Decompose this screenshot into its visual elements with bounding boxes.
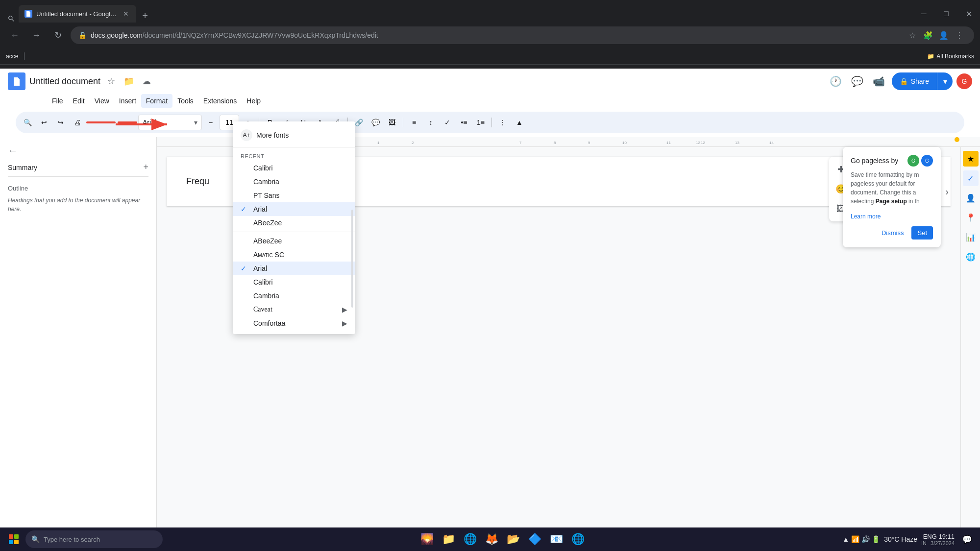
profile-rs-icon[interactable]: 🌐 [963, 249, 979, 264]
cloud-icon[interactable]: ☁ [140, 74, 153, 88]
address-bar[interactable]: 🔒 docs.google.com/document/d/1NQ2xYrnXPC… [71, 26, 974, 44]
align-btn[interactable]: ≡ [406, 115, 422, 130]
comments-btn[interactable]: 💬 [849, 72, 866, 90]
comment-btn[interactable]: 💬 [368, 115, 383, 130]
active-tab[interactable]: Untitled document - Google D... ✕ [19, 5, 136, 23]
dismiss-btn[interactable]: Dismiss [878, 226, 908, 240]
taskbar-search-text: Type here to search [44, 536, 100, 543]
close-btn[interactable]: ✕ [957, 5, 980, 23]
bullet-list-btn[interactable]: •≡ [456, 115, 472, 130]
share-label: Share [911, 77, 929, 85]
font-item-cambria-recent[interactable]: Cambria [233, 175, 355, 189]
share-btn[interactable]: 🔒 Share [892, 72, 937, 90]
font-size-minus[interactable]: − [203, 115, 219, 130]
menu-extensions[interactable]: Extensions [198, 94, 242, 108]
explore-icon[interactable]: ★ [963, 151, 979, 167]
font-item-arial[interactable]: ✓ Arial [233, 262, 355, 275]
notification-dot [955, 137, 959, 142]
all-bookmarks-link[interactable]: 📁 All Bookmarks [927, 53, 974, 60]
battery-icon[interactable]: 🔋 [872, 535, 880, 543]
pageless-next-arrow[interactable]: › [945, 186, 949, 197]
font-item-abeezee[interactable]: ABeeZee [233, 234, 355, 248]
line-spacing-btn[interactable]: ↕ [423, 115, 439, 130]
taskbar-country: IN [921, 540, 927, 546]
redo-btn[interactable]: ↪ [53, 115, 69, 130]
people-icon[interactable]: 👤 [963, 190, 979, 206]
share-dropdown-btn[interactable]: ▾ [937, 72, 953, 90]
image-btn[interactable]: 🖼 [384, 115, 400, 130]
notification-icon[interactable]: ▲ [842, 535, 849, 543]
bookmark-acce[interactable]: acce [6, 53, 18, 60]
taskbar-firefox[interactable]: 🦊 [482, 529, 502, 549]
address-bar-row: ← → ↻ 🔒 docs.google.com/document/d/1NQ2x… [0, 23, 980, 48]
font-item-abeezee-recent[interactable]: ABeeZee [233, 216, 355, 230]
forward-btn[interactable]: → [27, 26, 45, 44]
extensions-icon[interactable]: 🧩 [921, 28, 935, 42]
collapse-toolbar-btn[interactable]: ▲ [512, 115, 527, 130]
undo-btn[interactable]: ↩ [36, 115, 52, 130]
start-btn[interactable] [4, 529, 24, 549]
font-item-caveat[interactable]: Caveat ▶ [233, 303, 355, 316]
bookmark-star-icon[interactable]: ☆ [906, 28, 919, 42]
menu-edit[interactable]: Edit [68, 94, 90, 108]
sheets-icon[interactable]: 📊 [963, 229, 979, 245]
profile-icon[interactable]: 👤 [937, 28, 951, 42]
taskbar-widgets[interactable]: 🌄 [417, 529, 437, 549]
set-btn[interactable]: Set [911, 226, 933, 240]
menu-view[interactable]: View [90, 94, 114, 108]
font-item-ptsans-recent[interactable]: PT Sans [233, 189, 355, 202]
numbered-list-btn[interactable]: 1≡ [473, 115, 489, 130]
taskbar-explorer2[interactable]: 📂 [504, 529, 523, 549]
summary-add-btn[interactable]: + [143, 162, 148, 172]
print-btn[interactable]: 🖨 [70, 115, 85, 130]
minimize-btn[interactable]: ─ [912, 5, 935, 23]
checklist-btn[interactable]: ✓ [440, 115, 455, 130]
menu-file[interactable]: File [47, 94, 68, 108]
volume-icon[interactable]: 🔊 [861, 535, 870, 543]
taskbar-search[interactable]: 🔍 Type here to search [25, 530, 163, 548]
back-btn[interactable]: ← [6, 26, 24, 44]
menu-format[interactable]: Format [141, 94, 172, 108]
tab-close-btn[interactable]: ✕ [122, 9, 130, 18]
font-item-calibri[interactable]: Calibri [233, 275, 355, 289]
folder-icon[interactable]: 📁 [122, 74, 136, 88]
taskbar-file-explorer[interactable]: 📁 [439, 529, 459, 549]
reload-btn[interactable]: ↻ [49, 26, 67, 44]
taskbar-edge[interactable]: 🌐 [461, 529, 480, 549]
learn-more-link[interactable]: Learn more [851, 213, 881, 220]
font-item-cambria[interactable]: Cambria [233, 289, 355, 303]
collapse-tabs-btn[interactable] [4, 15, 19, 23]
font-item-comfortaa[interactable]: Comfortaa ▶ [233, 316, 355, 330]
time-lang: ENG [923, 533, 937, 540]
font-item-amatic[interactable]: Amatic SC [233, 248, 355, 262]
user-avatar[interactable]: G [956, 73, 972, 89]
start-sq-blue [9, 540, 13, 544]
font-scrollbar[interactable] [351, 210, 353, 308]
more-icon[interactable]: ⋮ [953, 28, 966, 42]
notification-center[interactable]: 💬 [958, 530, 976, 548]
menu-help[interactable]: Help [242, 94, 266, 108]
doc-title[interactable]: Untitled document [29, 76, 100, 87]
font-item-calibri-recent[interactable]: Calibri [233, 161, 355, 175]
new-tab-btn[interactable]: + [138, 9, 152, 23]
menu-insert[interactable]: Insert [114, 94, 141, 108]
network-icon[interactable]: 📶 [851, 535, 859, 543]
search-toolbar-btn[interactable]: 🔍 [20, 115, 35, 130]
font-item-arial-recent[interactable]: ✓ Arial [233, 202, 355, 216]
star-icon[interactable]: ☆ [104, 74, 118, 88]
taskbar-right: ▲ 📶 🔊 🔋 30°C Haze ENG 19:11 IN 3/27/2024… [842, 530, 976, 548]
meet-btn[interactable]: 📹 [870, 72, 888, 90]
maps-icon[interactable]: 📍 [963, 210, 979, 225]
more-fonts-item[interactable]: A+ More fonts [233, 125, 355, 145]
taskbar-chrome[interactable]: 🌐 [568, 529, 588, 549]
history-btn[interactable]: 🕐 [827, 72, 845, 90]
pageless-body: Save time formatting by m pageless your … [851, 170, 933, 206]
menu-tools[interactable]: Tools [172, 94, 198, 108]
taskbar-mail[interactable]: 📧 [547, 529, 566, 549]
more-options-btn[interactable]: ⋮ [495, 115, 511, 130]
font-check-arial-recent: ✓ [241, 205, 249, 213]
sidebar-back-btn[interactable]: ← [8, 145, 148, 156]
taskbar-office[interactable]: 🔷 [525, 529, 545, 549]
maximize-btn[interactable]: □ [935, 5, 957, 23]
tasks-icon[interactable]: ✓ [963, 170, 979, 186]
